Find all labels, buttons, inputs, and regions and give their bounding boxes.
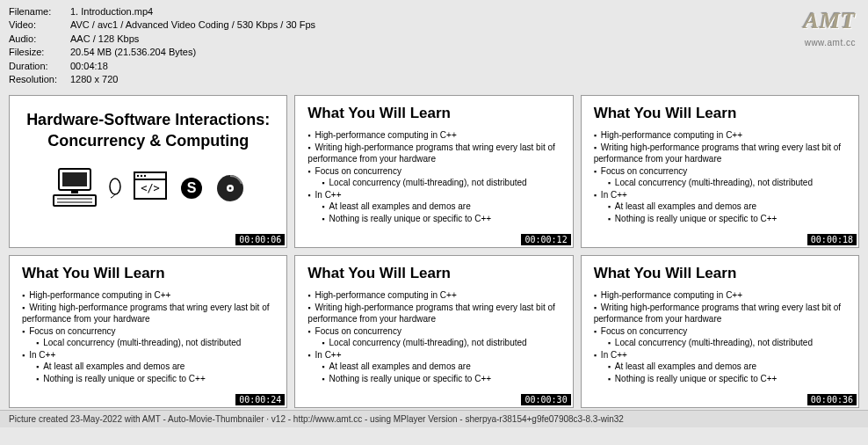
disc-icon bbox=[215, 173, 245, 203]
computer-icon bbox=[52, 165, 98, 211]
svg-text:</>: </> bbox=[141, 182, 160, 194]
learn-heading: What You Will Learn bbox=[594, 265, 846, 282]
list-item: Nothing is really unique or specific to … bbox=[36, 373, 274, 385]
list-item: Focus on concurrency bbox=[307, 325, 560, 338]
bullet-list: High-performance computing in C++ Writin… bbox=[307, 289, 560, 384]
list-item: Local concurrency (multi-threading), not… bbox=[608, 337, 846, 349]
list-item: Writing high-performance programs that w… bbox=[594, 302, 846, 325]
list-item: Writing high-performance programs that w… bbox=[594, 142, 846, 165]
svg-rect-1 bbox=[62, 172, 87, 186]
svg-rect-3 bbox=[54, 195, 96, 206]
timestamp: 00:00:18 bbox=[807, 234, 857, 245]
thumbnail-4: What You Will Learn High-performance com… bbox=[9, 255, 287, 408]
logo: AMT www.amt.cc bbox=[804, 5, 856, 49]
list-item: In C++ bbox=[594, 189, 846, 201]
list-item: At least all examples and demos are bbox=[608, 361, 846, 373]
bullet-list: High-performance computing in C++ Writin… bbox=[307, 129, 560, 224]
timestamp: 00:00:36 bbox=[807, 394, 857, 405]
skype-icon: S bbox=[178, 175, 205, 201]
thumbnail-6: What You Will Learn High-performance com… bbox=[581, 255, 859, 408]
audio-value: AAC / 128 Kbps bbox=[70, 33, 139, 46]
learn-heading: What You Will Learn bbox=[22, 265, 274, 282]
slide-title-line1: Hardware-Software Interactions: bbox=[26, 111, 270, 128]
list-item: Focus on concurrency bbox=[22, 325, 274, 338]
svg-point-11 bbox=[143, 175, 145, 177]
list-item: Focus on concurrency bbox=[307, 165, 560, 178]
list-item: In C++ bbox=[307, 189, 560, 201]
list-item: Local concurrency (multi-threading), not… bbox=[36, 337, 274, 349]
list-item: In C++ bbox=[22, 349, 274, 361]
thumbnail-5: What You Will Learn High-performance com… bbox=[294, 255, 573, 408]
list-item: In C++ bbox=[594, 349, 846, 361]
list-item: High-performance computing in C++ bbox=[594, 289, 846, 302]
timestamp: 00:00:30 bbox=[521, 394, 570, 405]
svg-rect-2 bbox=[71, 190, 78, 193]
logo-url: www.amt.cc bbox=[804, 37, 856, 49]
list-item: Writing high-performance programs that w… bbox=[307, 302, 560, 325]
duration-label: Duration: bbox=[9, 60, 70, 73]
list-item: Local concurrency (multi-threading), not… bbox=[608, 177, 846, 189]
timestamp: 00:00:06 bbox=[235, 234, 285, 245]
list-item: Local concurrency (multi-threading), not… bbox=[322, 177, 560, 189]
filesize-label: Filesize: bbox=[9, 46, 70, 59]
filename-label: Filename: bbox=[9, 5, 70, 18]
bullet-list: High-performance computing in C++ Writin… bbox=[594, 129, 846, 224]
filename-value: 1. Introduction.mp4 bbox=[70, 5, 153, 18]
list-item: High-performance computing in C++ bbox=[307, 129, 560, 142]
list-item: At least all examples and demos are bbox=[322, 361, 560, 373]
list-item: Nothing is really unique or specific to … bbox=[608, 213, 846, 225]
list-item: Nothing is really unique or specific to … bbox=[322, 373, 560, 385]
slide-title-line2: Concurrency & Computing bbox=[47, 132, 249, 150]
svg-point-6 bbox=[110, 179, 120, 194]
list-item: Writing high-performance programs that w… bbox=[307, 142, 560, 165]
footer-text: Picture created 23-May-2022 with AMT - A… bbox=[0, 410, 868, 427]
list-item: High-performance computing in C++ bbox=[307, 289, 560, 302]
list-item: Nothing is really unique or specific to … bbox=[322, 213, 560, 225]
list-item: Focus on concurrency bbox=[594, 165, 846, 178]
code-window-icon: </> bbox=[133, 171, 168, 206]
logo-text: AMT bbox=[804, 5, 856, 37]
audio-label: Audio: bbox=[9, 33, 70, 46]
thumbnail-grid: Hardware-Software Interactions: Concurre… bbox=[0, 90, 868, 410]
resolution-value: 1280 x 720 bbox=[70, 73, 118, 86]
svg-point-9 bbox=[136, 175, 138, 177]
svg-point-17 bbox=[228, 187, 231, 190]
bullet-list: High-performance computing in C++ Writin… bbox=[594, 289, 846, 384]
thumbnail-3: What You Will Learn High-performance com… bbox=[581, 95, 859, 248]
resolution-label: Resolution: bbox=[9, 73, 70, 86]
list-item: Focus on concurrency bbox=[594, 325, 846, 338]
metadata-panel: Filename:1. Introduction.mp4 Video:AVC /… bbox=[0, 0, 868, 90]
thumbnail-1: Hardware-Software Interactions: Concurre… bbox=[9, 95, 287, 248]
timestamp: 00:00:12 bbox=[521, 234, 570, 245]
thumbnail-2: What You Will Learn High-performance com… bbox=[294, 95, 573, 248]
learn-heading: What You Will Learn bbox=[307, 265, 560, 282]
list-item: Writing high-performance programs that w… bbox=[22, 302, 274, 325]
svg-point-10 bbox=[140, 175, 141, 177]
learn-heading: What You Will Learn bbox=[307, 105, 560, 122]
bullet-list: High-performance computing in C++ Writin… bbox=[22, 289, 274, 384]
timestamp: 00:00:24 bbox=[235, 394, 285, 405]
list-item: At least all examples and demos are bbox=[322, 201, 560, 213]
learn-heading: What You Will Learn bbox=[594, 105, 846, 122]
video-value: AVC / avc1 / Advanced Video Coding / 530… bbox=[70, 18, 315, 32]
list-item: At least all examples and demos are bbox=[36, 361, 274, 373]
list-item: Nothing is really unique or specific to … bbox=[608, 373, 846, 385]
list-item: High-performance computing in C++ bbox=[594, 129, 846, 142]
video-label: Video: bbox=[9, 18, 70, 32]
list-item: Local concurrency (multi-threading), not… bbox=[322, 337, 560, 349]
list-item: High-performance computing in C++ bbox=[22, 289, 274, 302]
duration-value: 00:04:18 bbox=[70, 60, 108, 73]
list-item: At least all examples and demos are bbox=[608, 201, 846, 213]
mouse-icon bbox=[108, 178, 122, 199]
svg-text:S: S bbox=[186, 180, 196, 195]
list-item: In C++ bbox=[307, 349, 560, 361]
filesize-value: 20.54 MB (21.536.204 Bytes) bbox=[70, 46, 196, 59]
icons-row: </> S bbox=[22, 165, 274, 211]
